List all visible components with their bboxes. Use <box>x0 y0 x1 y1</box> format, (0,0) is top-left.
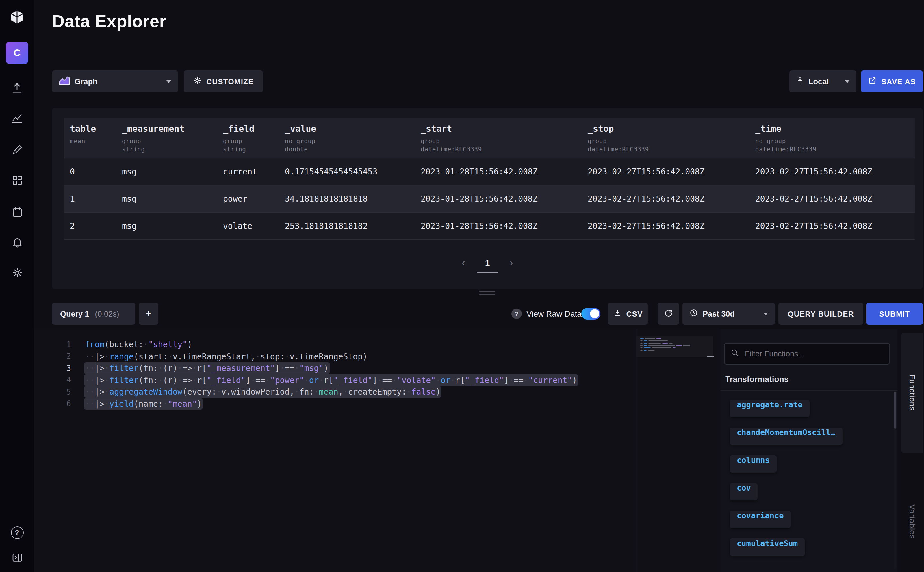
external-link-icon <box>868 76 877 87</box>
sidebar-item-expand-nav[interactable] <box>0 550 34 567</box>
column-header: _measurementgroupstring <box>116 124 217 158</box>
chevron-down-icon <box>763 312 768 315</box>
data-explorer-page: C ? Data Explorer Grap <box>0 0 924 572</box>
influxdb-logo-icon[interactable] <box>0 0 34 34</box>
sidebar-item-notebooks[interactable] <box>0 142 34 160</box>
prev-page-button[interactable]: ‹ <box>462 257 465 268</box>
csv-download-button[interactable]: CSV <box>608 303 648 325</box>
query-duration: (0.02s) <box>95 309 119 318</box>
transformations-heading: Transformations <box>725 375 789 384</box>
column-header: _startgroupdateTime:RFC3339 <box>415 124 582 158</box>
function-item[interactable]: covariance <box>730 511 791 528</box>
sidebar-item-alerts[interactable] <box>0 235 34 252</box>
overview-ruler-marker <box>707 356 714 357</box>
download-icon <box>613 309 622 319</box>
sidebar-item-tasks[interactable] <box>0 205 34 222</box>
column-header: _valueno groupdouble <box>279 124 415 158</box>
time-range-label: Past 30d <box>703 309 735 318</box>
current-page[interactable]: 1 <box>485 258 490 267</box>
table-row: 1msgpower34.181818181818182023-01-28T15:… <box>64 185 915 213</box>
divider <box>720 390 898 390</box>
customize-button[interactable]: CUSTOMIZE <box>184 70 263 92</box>
functions-list: aggregate.ratechandeMomentumOscill…colum… <box>730 400 886 566</box>
column-header: _timeno groupdateTime:RFC3339 <box>750 124 915 158</box>
sidebar-item-dashboards[interactable] <box>0 173 34 190</box>
upload-icon <box>11 82 23 96</box>
submit-button[interactable]: SUBMIT <box>866 303 923 325</box>
function-item[interactable]: cov <box>730 483 758 500</box>
function-item[interactable]: columns <box>730 455 777 473</box>
csv-label: CSV <box>626 309 642 318</box>
minimap-content <box>640 338 708 352</box>
table-row: 0msgcurrent0.171545454545454532023-01-28… <box>64 158 915 185</box>
scrollbar-thumb[interactable] <box>894 392 896 429</box>
query-builder-label: QUERY BUILDER <box>788 309 854 318</box>
next-page-button[interactable]: › <box>509 257 513 268</box>
view-raw-data-label: View Raw Data <box>526 303 582 325</box>
function-item[interactable]: cumulativeSum <box>730 538 805 556</box>
customize-label: CUSTOMIZE <box>206 77 254 86</box>
pin-icon <box>796 76 804 87</box>
visualization-type-label: Graph <box>75 77 98 86</box>
scrollbar[interactable] <box>894 392 896 569</box>
calendar-icon <box>11 206 23 220</box>
code-line[interactable]: 1from(bucket:·"shelly") <box>34 339 635 350</box>
save-as-button[interactable]: SAVE AS <box>861 70 923 92</box>
query-tab-label: Query 1 <box>60 309 89 318</box>
filter-functions-box[interactable] <box>724 343 890 365</box>
sidebar-item-settings[interactable] <box>0 265 34 283</box>
code-line[interactable]: 2··|>·range(start:·v.timeRangeStart,·sto… <box>34 350 635 362</box>
chevron-down-icon <box>845 80 849 83</box>
query-tab[interactable]: Query 1 (0.02s) <box>52 303 135 325</box>
time-range-dropdown[interactable]: Past 30d <box>683 303 775 325</box>
code-line[interactable]: 5··|>·aggregateWindow(every:·v.windowPer… <box>34 386 635 398</box>
area-chart-icon <box>59 76 70 87</box>
raw-data-table-panel: tablemean_measurementgroupstring_fieldgr… <box>52 108 923 289</box>
question-mark-icon: ? <box>11 526 23 539</box>
pagination: ‹ 1 › <box>52 257 923 268</box>
function-item[interactable]: aggregate.rate <box>730 400 810 417</box>
table-header: tablemean_measurementgroupstring_fieldgr… <box>64 118 915 158</box>
sidebar-item-help[interactable]: ? <box>0 524 34 541</box>
sidebar-item-data-explorer[interactable] <box>0 111 34 128</box>
avatar[interactable]: C <box>6 42 28 64</box>
code-line[interactable]: 6··|>·yield(name:·"mean") <box>34 398 635 410</box>
column-header: tablemean <box>64 124 116 158</box>
grid-icon <box>11 174 23 188</box>
save-as-label: SAVE AS <box>881 77 916 86</box>
tab-variables[interactable]: Variables <box>901 490 923 553</box>
resize-handle[interactable] <box>479 291 495 295</box>
function-item[interactable]: chandeMomentumOscill… <box>730 427 842 445</box>
column-header: _stopgroupdateTime:RFC3339 <box>582 124 750 158</box>
functions-panel: Transformations aggregate.ratechandeMome… <box>720 330 898 572</box>
gear-icon <box>11 267 23 281</box>
help-icon[interactable]: ? <box>512 309 522 319</box>
flux-editor[interactable]: 1from(bucket:·"shelly")2··|>·range(start… <box>34 330 720 572</box>
code-line[interactable]: 3··|>·filter(fn:·(r)·=>·r["_measurement"… <box>34 362 635 374</box>
local-label: Local <box>809 77 829 86</box>
bell-icon <box>11 236 23 250</box>
refresh-button[interactable] <box>658 303 679 325</box>
table-row: 2msgvolate253.18181818181822023-01-28T15… <box>64 213 915 240</box>
chevron-down-icon <box>166 80 171 83</box>
clock-icon <box>689 309 698 319</box>
visualization-type-dropdown[interactable]: Graph <box>52 70 178 92</box>
page-title: Data Explorer <box>52 12 166 31</box>
table-body: 0msgcurrent0.171545454545454532023-01-28… <box>64 158 915 240</box>
filter-functions-input[interactable] <box>744 349 884 359</box>
gear-icon <box>193 76 202 87</box>
add-query-button[interactable]: + <box>139 303 158 325</box>
view-raw-data-toggle[interactable] <box>581 308 600 320</box>
code-line[interactable]: 4··|>·filter(fn:·(r)·=>·r["_field"]·==·"… <box>34 374 635 386</box>
tab-functions[interactable]: Functions <box>901 333 923 453</box>
pencil-icon <box>11 144 23 158</box>
local-dropdown[interactable]: Local <box>789 70 856 92</box>
expand-panel-icon <box>11 552 23 566</box>
submit-label: SUBMIT <box>879 309 910 318</box>
code-lines: 1from(bucket:·"shelly")2··|>·range(start… <box>34 339 635 410</box>
sidebar-item-load-data[interactable] <box>0 80 34 98</box>
minimap[interactable] <box>636 330 713 572</box>
line-chart-icon <box>11 112 23 127</box>
refresh-icon <box>664 308 673 319</box>
query-builder-button[interactable]: QUERY BUILDER <box>778 303 863 325</box>
